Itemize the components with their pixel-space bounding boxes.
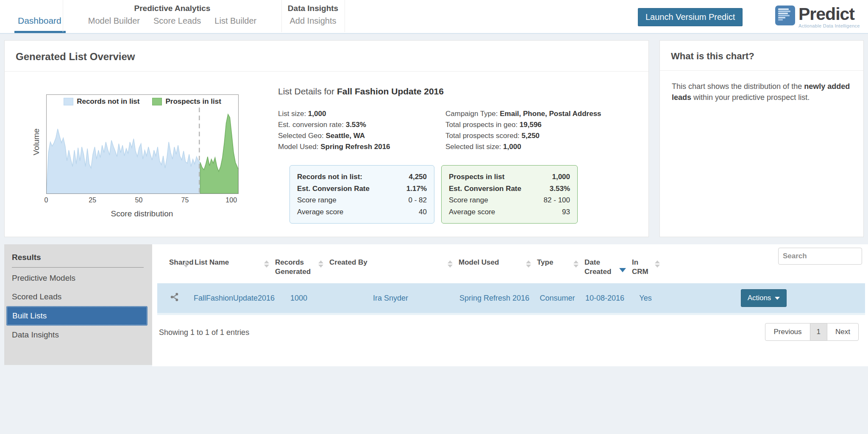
detail-prospects-in-geo: Total prospects in geo: 19,596 — [445, 119, 623, 130]
sort-icon[interactable] — [526, 260, 531, 268]
column-header-model-used[interactable]: Model Used — [455, 253, 534, 283]
cell-list-name[interactable]: FallFashionUpdate2016 — [191, 283, 272, 314]
logo-tagline: Actionable Data Intelligence — [798, 23, 860, 28]
sort-desc-icon[interactable] — [619, 268, 626, 272]
top-nav: Dashboard Predictive Analytics Model Bui… — [0, 0, 868, 34]
pagination: Previous 1 Next — [765, 323, 859, 341]
results-sidebar: Results Predictive Models Scored Leads B… — [4, 244, 152, 365]
logo-wordmark: Predict — [798, 6, 860, 22]
chart-x-axis-label: Score distribution — [46, 209, 238, 218]
column-header-created-by[interactable]: Created By — [326, 253, 455, 283]
sidebar-item-data-insights[interactable]: Data Insights — [7, 326, 147, 344]
column-header-shared[interactable]: Shared — [157, 253, 191, 283]
nav-item-list-builder[interactable]: List Builder — [214, 16, 256, 26]
column-header-actions — [662, 253, 865, 283]
page-number-button[interactable]: 1 — [810, 323, 827, 341]
sidebar-item-predictive-models[interactable]: Predictive Models — [7, 269, 147, 287]
predict-logo-icon — [775, 6, 795, 27]
detail-model-used: Model Used: Spring Refresh 2016 — [278, 141, 443, 152]
score-distribution-chart: Records not in list Prospects in list — [46, 94, 239, 194]
chart-legend: Records not in list Prospects in list — [47, 97, 238, 106]
actions-button[interactable]: Actions — [741, 289, 787, 307]
sidebar-item-built-lists[interactable]: Built Lists — [7, 307, 147, 325]
column-header-in-crm[interactable]: In CRM — [629, 253, 662, 283]
sort-icon[interactable] — [655, 260, 660, 268]
app-screen: Dashboard Predictive Analytics Model Bui… — [0, 0, 868, 434]
column-header-list-name[interactable]: List Name — [191, 253, 272, 283]
previous-page-button[interactable]: Previous — [765, 323, 810, 341]
what-is-this-chart-card: What is this chart? This chart shows the… — [659, 40, 864, 237]
sort-icon[interactable] — [573, 260, 579, 268]
shared-cell — [157, 283, 191, 314]
detail-prospects-scored: Total prospects scored: 5,250 — [445, 130, 623, 141]
legend-item-records-not-in-list: Records not in list — [64, 97, 139, 106]
column-header-date-created[interactable]: Date Created — [581, 253, 629, 283]
chart-area-series — [47, 129, 200, 194]
tab-dashboard[interactable]: Dashboard — [14, 16, 66, 33]
list-details-title: List Details for Fall Fashion Update 201… — [278, 86, 444, 97]
nav-group-data-insights: Data Insights Add Insights — [281, 0, 345, 32]
legend-item-prospects-in-list: Prospects in list — [152, 97, 221, 106]
list-details-right-column: Campaign Type: Email, Phone, Postal Addr… — [445, 108, 623, 152]
what-card-title: What is this chart? — [660, 41, 863, 71]
x-tick-label: 0 — [45, 196, 48, 204]
prospects-in-list-box: Prospects in list1,000 Est. Conversion R… — [441, 165, 578, 224]
column-header-type[interactable]: Type — [534, 253, 581, 283]
nav-item-model-builder[interactable]: Model Builder — [88, 16, 140, 26]
detail-conversion-rate: Est. conversion rate: 3.53% — [278, 119, 443, 130]
cell-created-by: Ira Snyder — [326, 283, 455, 314]
records-not-in-list-box: Records not in list:4,250 Est. Conversio… — [289, 165, 434, 224]
caret-down-icon — [775, 297, 780, 300]
cell-in-crm: Yes — [629, 283, 662, 314]
nav-group-predictive-analytics: Predictive Analytics Model Builder Score… — [63, 0, 282, 32]
nav-group-label: Predictive Analytics — [63, 4, 281, 13]
generated-list-overview-card: Generated List Overview Records not in l… — [4, 40, 649, 237]
built-lists-table: Shared List Name Records Generated Creat… — [157, 253, 865, 315]
list-name-heading: Fall Fashion Update 2016 — [337, 86, 444, 96]
sort-icon[interactable] — [318, 260, 323, 268]
sort-icon[interactable] — [184, 260, 189, 268]
x-tick-label: 25 — [89, 196, 96, 204]
chart-y-axis-label: Volume — [32, 123, 41, 161]
share-icon[interactable] — [170, 295, 179, 304]
legend-swatch-green — [152, 98, 162, 105]
x-tick-label: 100 — [225, 196, 237, 204]
chart-area-series — [200, 114, 239, 194]
nav-item-score-leads[interactable]: Score Leads — [153, 16, 201, 26]
detail-campaign-type: Campaign Type: Email, Phone, Postal Addr… — [445, 108, 623, 119]
launch-versium-predict-button[interactable]: Launch Versium Predict — [638, 8, 743, 26]
cell-date-created: 10-08-2016 — [581, 283, 629, 314]
what-card-text: This chart shows the distribution of the… — [660, 71, 863, 113]
sort-icon[interactable] — [448, 260, 453, 268]
overview-card-title: Generated List Overview — [5, 41, 648, 72]
list-details-left-column: List size: 1,000 Est. conversion rate: 3… — [278, 108, 443, 152]
next-page-button[interactable]: Next — [827, 323, 859, 341]
results-title: Results — [4, 253, 152, 262]
built-lists-table-area: Shared List Name Records Generated Creat… — [152, 244, 868, 366]
detail-selected-list-size: Selected list size: 1,000 — [445, 141, 623, 152]
nav-item-add-insights[interactable]: Add Insights — [289, 16, 336, 26]
table-summary: Showing 1 to 1 of 1 entries — [159, 328, 249, 337]
cell-model-used: Spring Refresh 2016 — [455, 283, 534, 314]
detail-selected-geo: Selected Geo: Seattle, WA — [278, 130, 443, 141]
sidebar-item-scored-leads[interactable]: Scored Leads — [7, 288, 147, 306]
predict-logo: Predict Actionable Data Intelligence — [775, 6, 860, 28]
x-tick-label: 50 — [135, 196, 142, 204]
cell-actions: Actions — [662, 283, 865, 314]
x-tick-label: 75 — [181, 196, 189, 204]
results-divider — [12, 267, 144, 268]
chart-x-ticks: 0255075100 — [46, 196, 238, 206]
nav-group-label: Data Insights — [281, 4, 345, 13]
sort-icon[interactable] — [264, 260, 269, 268]
column-header-records-generated[interactable]: Records Generated — [272, 253, 326, 283]
legend-swatch-blue — [64, 98, 73, 105]
cell-records-generated: 1000 — [272, 283, 326, 314]
cell-type: Consumer — [534, 283, 581, 314]
table-row: FallFashionUpdate2016 1000 Ira Snyder Sp… — [157, 283, 865, 314]
detail-list-size: List size: 1,000 — [278, 108, 443, 119]
